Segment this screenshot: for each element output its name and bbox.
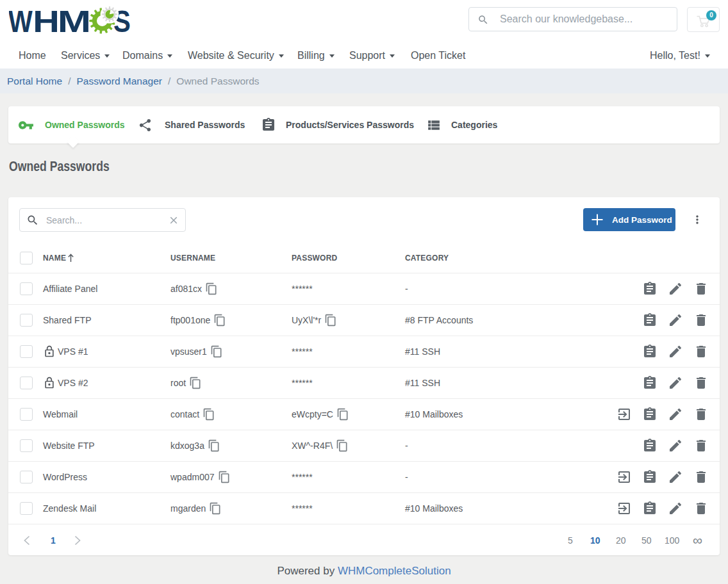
svg-text:M: M <box>58 4 91 37</box>
svg-text:H: H <box>33 4 60 37</box>
svg-text:W: W <box>9 4 33 37</box>
